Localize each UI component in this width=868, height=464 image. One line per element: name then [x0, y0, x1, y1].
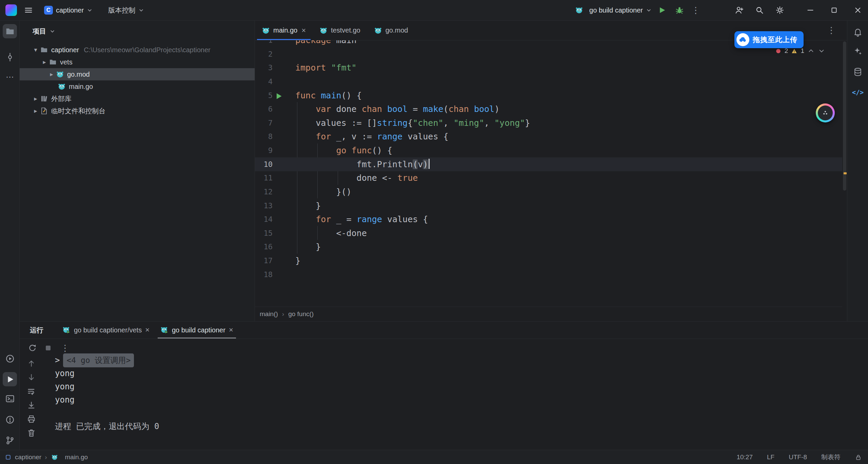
- encoding-widget[interactable]: UTF-8: [789, 453, 807, 461]
- chevron-down-icon[interactable]: ▾: [31, 46, 40, 54]
- code-line-17[interactable]: 17}: [255, 254, 842, 268]
- run-config-widget[interactable]: go build captioner: [572, 3, 655, 17]
- close-tab-icon[interactable]: ×: [229, 326, 233, 334]
- code-line-5[interactable]: 5func main() {: [255, 89, 842, 102]
- tree-item-main-go[interactable]: main.go: [20, 80, 255, 93]
- code-line-13[interactable]: 13 }: [255, 199, 842, 213]
- editor-scrollbar[interactable]: [842, 40, 847, 307]
- title-bar: C captioner 版本控制 go build captioner ⋮: [0, 0, 868, 21]
- code-text: var done chan bool = make(chan bool): [295, 102, 499, 116]
- go-file-icon: [319, 26, 328, 35]
- scroll-to-end-button[interactable]: [27, 401, 36, 410]
- chevron-down-icon: [50, 28, 55, 34]
- tab-go-mod[interactable]: go.mod: [367, 21, 415, 40]
- breadcrumb-item-main[interactable]: main(): [260, 310, 278, 318]
- services-tool-button[interactable]: [3, 351, 17, 366]
- caret-position-widget[interactable]: 10:27: [736, 453, 753, 461]
- more-tool-windows-button[interactable]: ⋯: [3, 72, 17, 82]
- code-line-6[interactable]: 6 var done chan bool = make(chan bool): [255, 102, 842, 116]
- settings-button[interactable]: [773, 3, 787, 17]
- code-line-11[interactable]: 11 done <- true: [255, 171, 842, 185]
- status-breadcrumb[interactable]: captioner › main.go: [5, 453, 88, 461]
- lock-icon[interactable]: [855, 454, 862, 461]
- code-line-4[interactable]: 4: [255, 75, 842, 89]
- close-tab-icon[interactable]: ×: [145, 326, 150, 334]
- down-stacktrace-button[interactable]: [27, 373, 36, 382]
- go-file-icon: [58, 82, 66, 91]
- close-tab-icon[interactable]: ×: [301, 26, 306, 35]
- chevron-right-icon[interactable]: ▸: [47, 71, 56, 78]
- console-banner-row[interactable]: > <4 go 设置调用>: [55, 354, 861, 367]
- warning-stripe-mark[interactable]: [844, 172, 847, 174]
- code-line-18[interactable]: 18: [255, 268, 842, 282]
- tree-item-go-mod[interactable]: ▸ go.mod: [20, 68, 255, 80]
- print-button[interactable]: [27, 414, 36, 424]
- minimize-button[interactable]: [803, 3, 818, 18]
- tree-item-captioner[interactable]: ▾ captioner C:\Users\meowr\GolandProject…: [20, 44, 255, 56]
- code-line-2[interactable]: 2: [255, 47, 842, 61]
- database-button[interactable]: [851, 65, 865, 79]
- console-output[interactable]: > <4 go 设置调用> yong yong yong 进程 已完成，退出代码…: [55, 354, 861, 433]
- vcs-widget[interactable]: 版本控制: [105, 3, 147, 17]
- run-button[interactable]: [655, 3, 669, 17]
- chevron-right-icon[interactable]: ▸: [31, 107, 40, 115]
- code-line-7[interactable]: 7 values := []string{"chen", "ming", "yo…: [255, 116, 842, 130]
- code-line-14[interactable]: 14 for _ = range values {: [255, 212, 842, 226]
- chevron-right-icon[interactable]: ▸: [40, 58, 49, 66]
- editor-area: 1package main23import "fmt"45func main()…: [255, 21, 847, 321]
- more-actions-button[interactable]: ⋮: [690, 5, 702, 16]
- ai-assistant-button[interactable]: [851, 44, 865, 58]
- up-stacktrace-button[interactable]: [27, 359, 36, 368]
- editor-options-button[interactable]: ⋮: [825, 25, 837, 36]
- run-tab-captioner[interactable]: go build captioner ×: [155, 322, 239, 339]
- console-line: yong: [55, 380, 861, 393]
- code-line-16[interactable]: 16 }: [255, 240, 842, 254]
- floating-widget[interactable]: [816, 103, 835, 122]
- search-everywhere-button[interactable]: [753, 3, 766, 17]
- next-problem-button[interactable]: [818, 47, 825, 55]
- tree-item-vets[interactable]: ▸ vets: [20, 56, 255, 68]
- problems-tool-button[interactable]: [3, 412, 17, 427]
- line-separator-widget[interactable]: LF: [767, 453, 774, 461]
- code-line-8[interactable]: 8 for _, v := range values {: [255, 130, 842, 143]
- project-panel: 项目 ▾ captioner C:\Users\meowr\GolandProj…: [20, 21, 255, 321]
- project-widget[interactable]: C captioner: [41, 3, 96, 17]
- chevron-right-icon[interactable]: ▸: [31, 95, 40, 102]
- stop-button[interactable]: [43, 343, 53, 353]
- endpoints-button[interactable]: </>: [847, 89, 868, 96]
- rerun-button[interactable]: [28, 343, 37, 353]
- upload-overlay[interactable]: 拖拽至此上传: [734, 31, 804, 48]
- scrollbar-thumb[interactable]: [843, 41, 846, 191]
- close-button[interactable]: [850, 3, 865, 18]
- maximize-button[interactable]: [827, 3, 842, 18]
- code-line-3[interactable]: 3import "fmt": [255, 61, 842, 75]
- code-line-9[interactable]: 9 go func() {: [255, 143, 842, 157]
- tab-main-go[interactable]: main.go ×: [255, 21, 313, 40]
- goland-window: C captioner 版本控制 go build captioner ⋮: [0, 0, 868, 464]
- main-menu-button[interactable]: [22, 3, 35, 17]
- run-tool-button[interactable]: [3, 372, 17, 386]
- soft-wrap-button[interactable]: [27, 387, 36, 396]
- project-tool-button[interactable]: [3, 24, 17, 38]
- code-line-12[interactable]: 12 }(): [255, 185, 842, 199]
- fold-icon[interactable]: >: [55, 354, 60, 367]
- terminal-tool-button[interactable]: [3, 391, 17, 406]
- notifications-button[interactable]: [851, 25, 865, 39]
- clear-console-button[interactable]: [27, 428, 36, 438]
- indent-widget[interactable]: 制表符: [821, 453, 841, 462]
- prev-problem-button[interactable]: [807, 47, 815, 55]
- code-line-15[interactable]: 15 <-done: [255, 226, 842, 240]
- breadcrumb-item-gofunc[interactable]: go func(): [288, 310, 314, 318]
- project-panel-header[interactable]: 项目: [20, 21, 255, 42]
- line-number: 9: [255, 143, 273, 157]
- more-options-button[interactable]: ⋮: [59, 343, 71, 353]
- debug-button[interactable]: [673, 3, 686, 17]
- code-with-me-button[interactable]: [732, 3, 746, 17]
- code-line-10[interactable]: 10 fmt.Println(v): [255, 157, 842, 171]
- tree-item-external-libraries[interactable]: ▸ 外部库: [20, 93, 255, 105]
- run-tab-captioner-vets[interactable]: go build captioner/vets ×: [57, 322, 155, 339]
- git-tool-button[interactable]: [3, 433, 17, 447]
- tree-item-scratches[interactable]: ▸ 临时文件和控制台: [20, 105, 255, 117]
- commit-tool-button[interactable]: [3, 50, 17, 64]
- tab-testvet-go[interactable]: testvet.go: [313, 21, 367, 40]
